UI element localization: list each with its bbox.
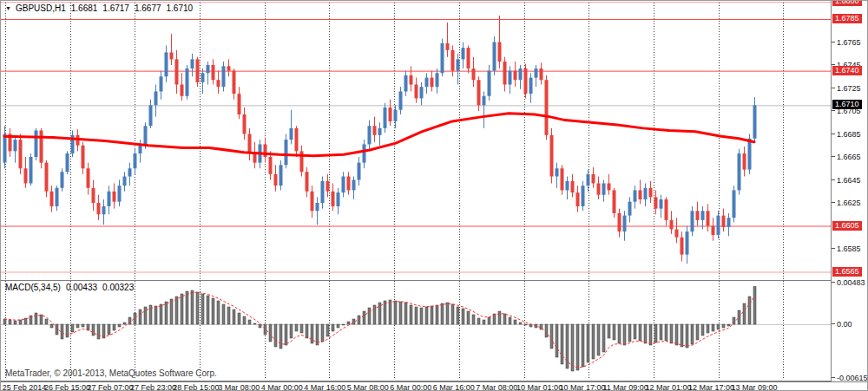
candle-body bbox=[342, 177, 345, 193]
candle-body bbox=[545, 80, 549, 135]
time-axis: 25 Feb 201426 Feb 15:0027 Feb 07:0027 Fe… bbox=[1, 381, 868, 391]
chart-canvas[interactable] bbox=[1, 1, 831, 381]
candle-body bbox=[196, 59, 200, 82]
macd-histogram-bar bbox=[321, 324, 324, 342]
macd-histogram-bar bbox=[462, 309, 464, 324]
ohlc-low-value: 1.6677 bbox=[135, 3, 161, 13]
candle-body bbox=[639, 190, 642, 199]
candle-body bbox=[566, 181, 569, 191]
time-tick-label: 7 Mar 08:00 bbox=[476, 383, 517, 391]
candle-body bbox=[404, 75, 408, 92]
candle-body bbox=[40, 131, 43, 163]
candle-body bbox=[285, 140, 288, 165]
candle-body bbox=[597, 183, 601, 194]
candle-body bbox=[748, 139, 752, 170]
candle-body bbox=[410, 75, 413, 85]
candle-body bbox=[248, 134, 252, 154]
price-level-badge: 1.6740 bbox=[832, 66, 862, 75]
ohlc-high-value: 1.6717 bbox=[102, 3, 129, 13]
candle-body bbox=[608, 183, 611, 190]
candle-body bbox=[279, 165, 283, 186]
macd-histogram-bar bbox=[97, 324, 100, 339]
candle-body bbox=[467, 48, 470, 68]
macd-histogram-bar bbox=[207, 296, 209, 324]
macd-histogram-bar bbox=[342, 324, 345, 325]
candle-body bbox=[644, 188, 648, 199]
candle-body bbox=[274, 174, 278, 186]
time-tick-label: 10 Mar 17:00 bbox=[560, 383, 606, 391]
macd-histogram-bar bbox=[743, 303, 746, 324]
ohlc-open-value: 1.6681 bbox=[71, 3, 98, 13]
macd-histogram-bar bbox=[384, 301, 386, 324]
macd-histogram-bar bbox=[446, 303, 449, 324]
macd-histogram-bar bbox=[337, 324, 339, 328]
macd-histogram-bar bbox=[451, 304, 454, 324]
macd-histogram-bar bbox=[550, 324, 553, 349]
candle-body bbox=[97, 203, 101, 214]
candle-body bbox=[623, 216, 627, 232]
candle-body bbox=[181, 85, 184, 96]
candle-body bbox=[170, 52, 174, 59]
macd-histogram-bar bbox=[227, 307, 230, 324]
candle-body bbox=[753, 105, 757, 138]
candle-body bbox=[45, 163, 49, 192]
macd-tick-label: 0.00483 bbox=[837, 278, 865, 287]
candle-body bbox=[134, 153, 137, 168]
macd-histogram-bar bbox=[274, 324, 277, 347]
macd-histogram-bar bbox=[253, 323, 256, 324]
price-tick-label: 1.6725 bbox=[837, 84, 861, 93]
candle-body bbox=[431, 78, 434, 88]
macd-histogram-bar bbox=[576, 324, 579, 370]
macd-histogram-bar bbox=[186, 291, 188, 324]
price-level-badge: 1.6605 bbox=[832, 221, 862, 231]
time-tick-label: 11 Mar 09:00 bbox=[602, 383, 648, 391]
macd-indicator-label: MACD(5,34,5)0.004330.00323 bbox=[5, 283, 139, 292]
candle-body bbox=[587, 174, 590, 186]
macd-histogram-bar bbox=[660, 324, 662, 340]
macd-histogram-bar bbox=[582, 324, 584, 367]
macd-histogram-bar bbox=[618, 324, 621, 343]
time-tick-label: 5 Mar 08:00 bbox=[347, 383, 389, 391]
time-tick-label: 6 Mar 00:00 bbox=[390, 383, 431, 391]
macd-histogram-bar bbox=[571, 324, 574, 371]
time-tick-label: 13 Mar 09:00 bbox=[731, 383, 777, 391]
current-price-badge: 1.6710 bbox=[832, 100, 862, 109]
macd-histogram-bar bbox=[707, 324, 709, 333]
macd-histogram-bar bbox=[92, 324, 95, 336]
chevron-down-icon[interactable]: ▼ bbox=[5, 5, 11, 11]
candle-body bbox=[498, 42, 502, 62]
macd-histogram-bar bbox=[45, 319, 48, 324]
candle-body bbox=[311, 192, 314, 212]
macd-histogram-bar bbox=[191, 290, 194, 324]
candle-body bbox=[582, 186, 585, 206]
candle-body bbox=[253, 153, 257, 163]
macd-histogram-bar bbox=[654, 324, 657, 342]
macd-histogram-bar bbox=[644, 324, 647, 343]
macd-histogram-bar bbox=[415, 307, 418, 324]
candle-body bbox=[457, 59, 460, 70]
candle-body bbox=[634, 190, 637, 201]
candle-body bbox=[35, 131, 38, 157]
macd-histogram-bar bbox=[326, 324, 329, 336]
macd-histogram-bar bbox=[691, 324, 694, 344]
macd-histogram-bar bbox=[9, 320, 11, 324]
candle-body bbox=[66, 153, 69, 172]
candle-body bbox=[628, 202, 632, 216]
candle-body bbox=[529, 78, 533, 94]
macd-histogram-bar bbox=[347, 322, 350, 324]
candle-body bbox=[488, 71, 491, 96]
macd-histogram-bar bbox=[76, 324, 79, 328]
macd-histogram-bar bbox=[608, 324, 610, 338]
macd-histogram-bar bbox=[509, 317, 511, 324]
macd-main-value: 0.00433 bbox=[66, 283, 97, 292]
candle-body bbox=[727, 218, 731, 227]
macd-histogram-bar bbox=[61, 324, 63, 339]
candle-body bbox=[337, 192, 340, 206]
candle-body bbox=[212, 65, 215, 80]
macd-histogram-bar bbox=[50, 324, 53, 328]
candle-body bbox=[394, 110, 398, 121]
metatrader-chart-window: 1.67651.67451.67251.67051.66851.66651.66… bbox=[0, 0, 868, 391]
macd-histogram-bar bbox=[670, 324, 673, 343]
macd-histogram-bar bbox=[279, 324, 282, 349]
candle-body bbox=[295, 128, 299, 152]
